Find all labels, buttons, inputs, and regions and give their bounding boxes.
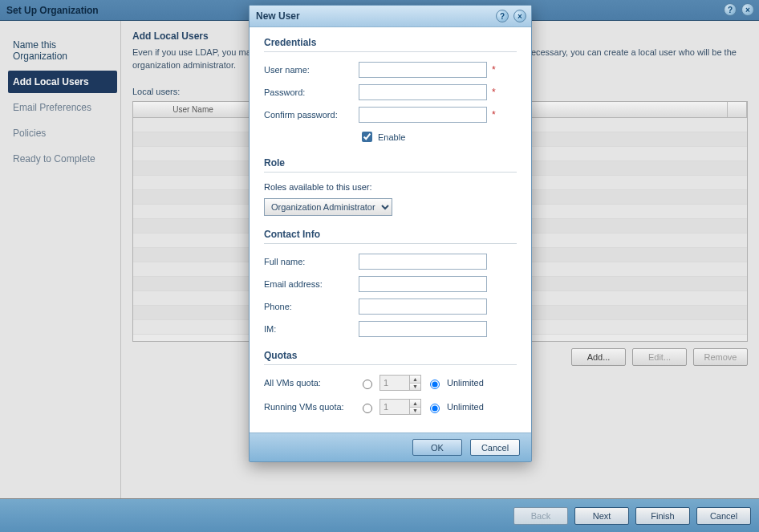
finish-button[interactable]: Finish xyxy=(635,507,690,525)
contact-title: Contact Info xyxy=(264,229,517,240)
spin-up-icon[interactable]: ▲ xyxy=(410,376,420,384)
next-button[interactable]: Next xyxy=(574,507,629,525)
all-vms-spinner[interactable]: ▲ ▼ xyxy=(380,375,421,391)
wizard-footer: Back Next Finish Cancel xyxy=(0,499,759,532)
running-vms-spin-value xyxy=(380,400,409,414)
credentials-title: Credentials xyxy=(264,37,517,48)
running-vms-label: Running VMs quota: xyxy=(264,402,359,412)
new-user-dialog: New User ? × Credentials User name: * Pa… xyxy=(249,5,532,462)
spin-up-icon[interactable]: ▲ xyxy=(410,400,420,408)
section-divider xyxy=(264,172,517,173)
add-button[interactable]: Add... xyxy=(571,348,626,366)
spin-down-icon[interactable]: ▼ xyxy=(410,408,420,415)
step-email-prefs: Email Preferences xyxy=(8,96,117,119)
step-add-local-users[interactable]: Add Local Users xyxy=(8,71,117,93)
im-input[interactable] xyxy=(359,321,487,337)
th-end xyxy=(728,102,747,117)
all-vms-limited-radio[interactable] xyxy=(363,380,372,389)
running-vms-limited-radio[interactable] xyxy=(363,404,372,413)
password-input[interactable] xyxy=(359,84,487,100)
roles-label: Roles available to this user: xyxy=(264,182,517,192)
edit-button: Edit... xyxy=(632,348,687,366)
enable-label: Enable xyxy=(378,132,405,142)
enable-checkbox[interactable] xyxy=(362,132,372,142)
required-marker: * xyxy=(492,109,496,120)
quotas-section: Quotas All VMs quota: ▲ ▼ Unlimited xyxy=(264,350,517,415)
step-name-org[interactable]: Name this Organization xyxy=(8,34,117,67)
credentials-section: Credentials User name: * Password: * Con… xyxy=(264,37,517,144)
username-input[interactable] xyxy=(359,62,487,78)
confirm-password-label: Confirm password: xyxy=(264,110,359,120)
section-divider xyxy=(264,364,517,365)
all-vms-unlimited-radio[interactable] xyxy=(430,380,440,389)
email-label: Email address: xyxy=(264,279,359,289)
all-vms-label: All VMs quota: xyxy=(264,378,359,388)
username-label: User name: xyxy=(264,65,359,75)
running-vms-unlimited-label: Unlimited xyxy=(447,402,484,412)
all-vms-spin-value xyxy=(380,376,409,390)
required-marker: * xyxy=(492,87,496,98)
section-divider xyxy=(264,51,517,52)
ok-button[interactable]: OK xyxy=(412,439,462,456)
section-divider xyxy=(264,243,517,244)
fullname-label: Full name: xyxy=(264,257,359,266)
back-button[interactable]: Back xyxy=(513,507,568,525)
close-icon[interactable]: × xyxy=(741,3,754,16)
running-vms-unlimited-radio[interactable] xyxy=(430,404,440,413)
phone-label: Phone: xyxy=(264,302,359,311)
step-policies: Policies xyxy=(8,122,117,144)
required-marker: * xyxy=(492,64,496,75)
help-icon[interactable]: ? xyxy=(724,3,737,16)
dialog-title: New User xyxy=(256,10,300,22)
im-label: IM: xyxy=(264,324,359,334)
th-user[interactable]: User Name xyxy=(133,102,254,117)
password-label: Password: xyxy=(264,87,359,97)
running-vms-spinner[interactable]: ▲ ▼ xyxy=(380,399,421,415)
phone-input[interactable] xyxy=(359,298,487,315)
email-input[interactable] xyxy=(359,276,487,292)
dialog-header[interactable]: New User ? × xyxy=(250,6,531,27)
close-icon[interactable]: × xyxy=(513,10,526,22)
role-section: Role Roles available to this user: Organ… xyxy=(264,157,517,216)
contact-section: Contact Info Full name: Email address: P… xyxy=(264,229,517,337)
remove-button: Remove xyxy=(693,348,748,366)
all-vms-unlimited-label: Unlimited xyxy=(447,378,484,388)
fullname-input[interactable] xyxy=(359,254,487,270)
confirm-password-input[interactable] xyxy=(359,107,487,123)
quotas-title: Quotas xyxy=(264,350,517,361)
help-icon[interactable]: ? xyxy=(496,10,509,22)
role-title: Role xyxy=(264,157,517,169)
dialog-body: Credentials User name: * Password: * Con… xyxy=(250,27,531,433)
spin-down-icon[interactable]: ▼ xyxy=(410,384,420,391)
step-ready: Ready to Complete xyxy=(8,148,117,170)
dialog-footer: OK Cancel xyxy=(250,433,531,461)
wizard-steps: Name this Organization Add Local Users E… xyxy=(0,21,120,498)
cancel-button[interactable]: Cancel xyxy=(470,439,520,456)
role-select[interactable]: Organization Administrator xyxy=(264,198,392,216)
wizard-cancel-button[interactable]: Cancel xyxy=(696,507,751,525)
wizard-title: Set Up Organization xyxy=(6,5,99,16)
